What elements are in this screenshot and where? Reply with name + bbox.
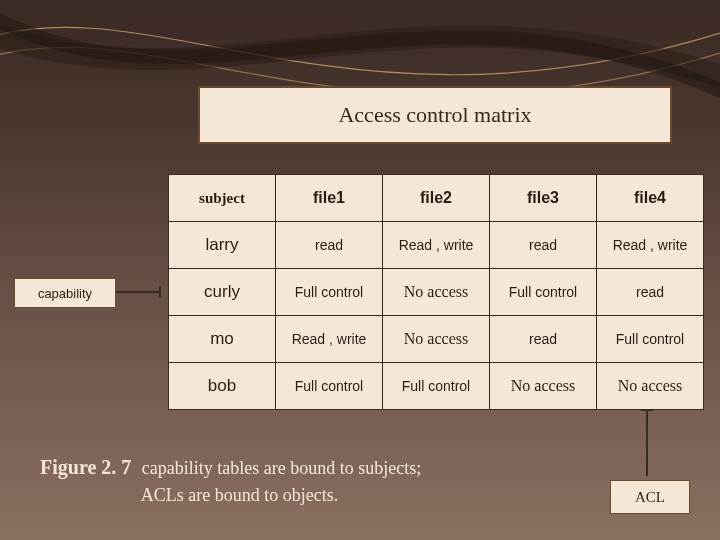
cell: read (276, 222, 383, 269)
table-header-row: subject file1 file2 file3 file4 (169, 175, 704, 222)
figure-number: Figure 2. 7 (40, 456, 131, 478)
cell: read (597, 269, 704, 316)
cell-subject: larry (169, 222, 276, 269)
cell: Full control (597, 316, 704, 363)
cell: Full control (276, 269, 383, 316)
col-file3: file3 (490, 175, 597, 222)
capability-connector (116, 291, 160, 293)
table-row: larry read Read , write read Read , writ… (169, 222, 704, 269)
col-subject: subject (169, 175, 276, 222)
col-file2: file2 (383, 175, 490, 222)
cell: No access (383, 316, 490, 363)
cell: No access (383, 269, 490, 316)
cell-subject: curly (169, 269, 276, 316)
table-row: bob Full control Full control No access … (169, 363, 704, 410)
caption-line1: capability tables are bound to subjects; (142, 458, 421, 478)
title-box: Access control matrix (198, 86, 672, 144)
cell: Read , write (597, 222, 704, 269)
cell: Full control (276, 363, 383, 410)
capability-label-text: capability (38, 286, 92, 301)
slide-title: Access control matrix (338, 102, 531, 128)
cell-subject: bob (169, 363, 276, 410)
cell: No access (490, 363, 597, 410)
table-row: mo Read , write No access read Full cont… (169, 316, 704, 363)
cell: Read , write (276, 316, 383, 363)
cell: No access (597, 363, 704, 410)
access-control-matrix: subject file1 file2 file3 file4 larry re… (168, 174, 704, 410)
col-file4: file4 (597, 175, 704, 222)
figure-caption: Figure 2. 7 capability tables are bound … (40, 454, 580, 508)
cell-subject: mo (169, 316, 276, 363)
cell: Read , write (383, 222, 490, 269)
acl-label: ACL (610, 480, 690, 514)
cell: read (490, 316, 597, 363)
cell: Full control (490, 269, 597, 316)
acl-connector (646, 410, 648, 476)
acl-label-text: ACL (635, 489, 665, 506)
slide: Access control matrix capability subject… (0, 0, 720, 540)
cell: Full control (383, 363, 490, 410)
col-file1: file1 (276, 175, 383, 222)
table-row: curly Full control No access Full contro… (169, 269, 704, 316)
cell: read (490, 222, 597, 269)
capability-label: capability (14, 278, 116, 308)
caption-line2: ACLs are bound to objects. (141, 485, 338, 505)
